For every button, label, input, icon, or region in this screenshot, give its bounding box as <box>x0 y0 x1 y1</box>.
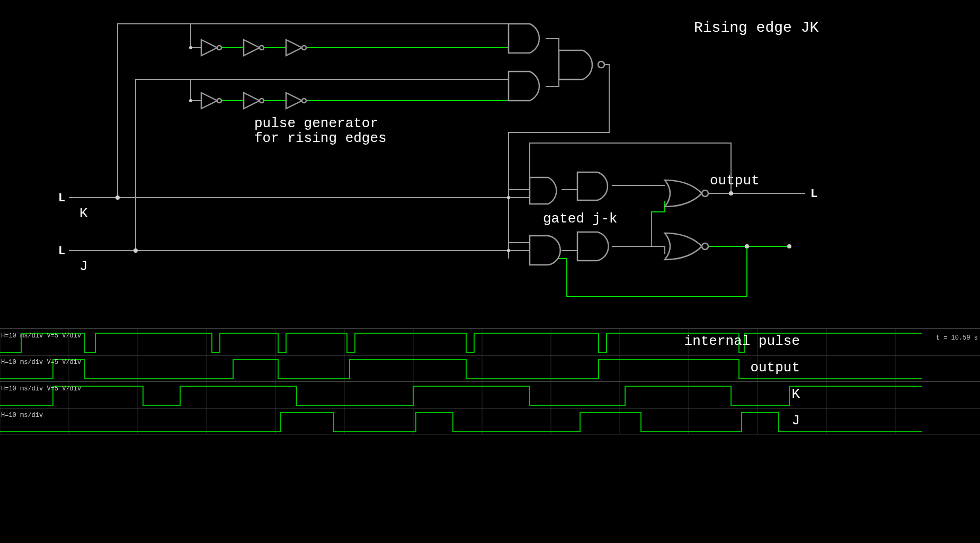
inverter-icon <box>286 40 306 56</box>
and-gate-icon <box>509 24 539 53</box>
wire-j-to-buf <box>191 79 201 101</box>
scope-waveform <box>0 408 922 435</box>
and-gate-icon <box>530 236 560 265</box>
scope-trace-row[interactable]: H=10 ms/div V=5 V/div K <box>0 381 980 408</box>
input-j-label: J <box>79 259 88 274</box>
node <box>507 196 510 199</box>
wire-j-branch-up <box>136 79 191 251</box>
nor-gate-icon <box>665 233 708 260</box>
svg-point-3 <box>217 99 221 103</box>
nor-gate-icon <box>665 180 708 207</box>
svg-point-2 <box>302 46 306 50</box>
gated-jk-label: gated j-k <box>543 211 617 227</box>
wire-buf-t3 <box>305 42 509 48</box>
svg-point-1 <box>260 46 264 50</box>
nand-gate-icon <box>559 50 604 79</box>
svg-point-8 <box>702 243 708 250</box>
scope-trace-row[interactable]: H=10 ms/div J <box>0 408 980 434</box>
wire-nand-top-out <box>546 39 559 58</box>
scope-scale-text: H=10 ms/div <box>1 412 43 419</box>
scope-trace-label: J <box>791 413 800 429</box>
wire-to-nor2 <box>612 246 665 254</box>
svg-point-5 <box>302 99 306 103</box>
inverter-icon <box>201 93 221 109</box>
wire-k-to-buf <box>191 24 201 48</box>
scope-trace-label: output <box>750 360 800 376</box>
output-state: L <box>810 188 817 201</box>
scope-time-cursor: t = 10.59 s <box>936 334 978 342</box>
scope-scale-text: H=10 ms/div V=5 V/div <box>1 332 81 340</box>
node <box>115 195 120 200</box>
pulse-gen-label-2: for rising edges <box>254 130 387 146</box>
pulse-gen-label-1: pulse generator <box>254 115 378 131</box>
node <box>745 244 749 248</box>
output-label: output <box>710 173 760 189</box>
svg-point-4 <box>260 99 264 103</box>
inverter-icon <box>244 93 264 109</box>
node <box>189 99 192 102</box>
and-gate-icon <box>509 72 539 101</box>
node <box>729 191 733 195</box>
inverter-icon <box>201 40 221 56</box>
and-gate-icon <box>577 232 609 261</box>
node <box>507 249 510 252</box>
wire-to-nor1-fb <box>612 201 665 246</box>
wire-nand-bot-out <box>546 72 559 86</box>
scope-scale-text: H=10 ms/div V=5 V/div <box>1 385 81 393</box>
wire-fb-top2 <box>530 143 567 182</box>
and-gate-icon <box>530 177 556 204</box>
circuit-svg: Rising edge JK L K L J output L pulse ge… <box>0 0 980 328</box>
scope-trace-label: internal pulse <box>684 333 800 349</box>
scope-trace-row[interactable]: H=10 ms/div V=5 V/div output <box>0 355 980 381</box>
scope-scale-text: H=10 ms/div V=5 V/div <box>1 359 81 366</box>
and-gate-icon <box>577 172 608 200</box>
node <box>189 46 192 49</box>
scope-trace-row[interactable]: H=10 ms/div V=5 V/div internal pulse t =… <box>0 328 980 355</box>
wire-k-branch-up <box>118 24 191 198</box>
scope-trace-label: K <box>791 386 800 402</box>
wire-buf-b3 <box>305 93 509 101</box>
title-text: Rising edge JK <box>694 20 818 36</box>
svg-point-0 <box>217 46 221 50</box>
wire-fb-bottom <box>530 246 747 297</box>
svg-point-6 <box>598 61 604 68</box>
svg-point-7 <box>702 190 708 197</box>
input-j-state: L <box>58 245 65 258</box>
circuit-canvas[interactable]: Rising edge JK L K L J output L pulse ge… <box>0 0 980 328</box>
inverter-icon <box>244 40 264 56</box>
input-k-state: L <box>58 192 65 205</box>
node <box>133 248 138 253</box>
inverter-icon <box>286 93 306 109</box>
scope-waveform <box>0 382 922 408</box>
input-k-label: K <box>79 206 88 221</box>
oscilloscope-panel[interactable]: H=10 ms/div V=5 V/div internal pulse t =… <box>0 328 980 434</box>
node <box>787 244 791 248</box>
wire-k-and-top <box>191 24 509 34</box>
